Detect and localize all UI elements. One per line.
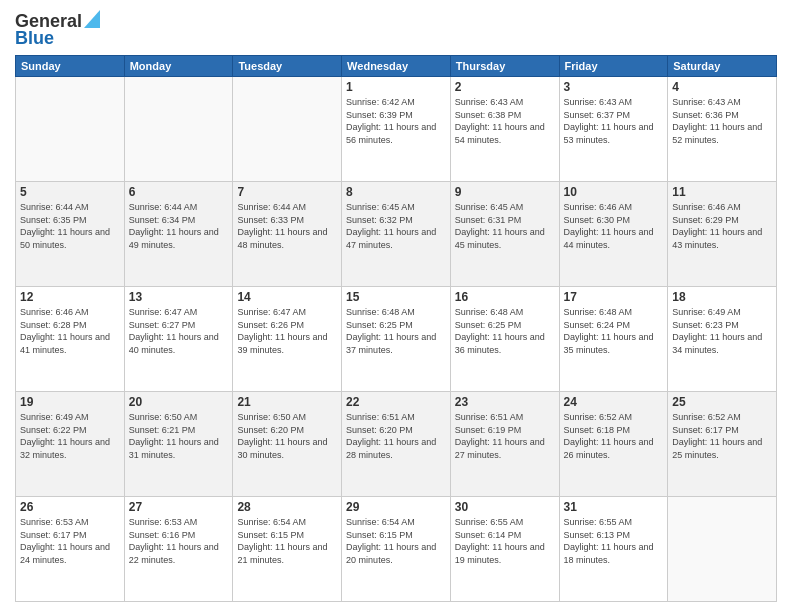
- day-info: Sunrise: 6:45 AM Sunset: 6:32 PM Dayligh…: [346, 201, 446, 251]
- day-info: Sunrise: 6:47 AM Sunset: 6:27 PM Dayligh…: [129, 306, 229, 356]
- day-cell: 13Sunrise: 6:47 AM Sunset: 6:27 PM Dayli…: [124, 287, 233, 392]
- day-cell: 15Sunrise: 6:48 AM Sunset: 6:25 PM Dayli…: [342, 287, 451, 392]
- day-cell: 22Sunrise: 6:51 AM Sunset: 6:20 PM Dayli…: [342, 392, 451, 497]
- weekday-header-wednesday: Wednesday: [342, 56, 451, 77]
- day-cell: 8Sunrise: 6:45 AM Sunset: 6:32 PM Daylig…: [342, 182, 451, 287]
- day-cell: 2Sunrise: 6:43 AM Sunset: 6:38 PM Daylig…: [450, 77, 559, 182]
- weekday-header-thursday: Thursday: [450, 56, 559, 77]
- day-number: 22: [346, 395, 446, 409]
- day-cell: 16Sunrise: 6:48 AM Sunset: 6:25 PM Dayli…: [450, 287, 559, 392]
- day-info: Sunrise: 6:44 AM Sunset: 6:33 PM Dayligh…: [237, 201, 337, 251]
- day-cell: 4Sunrise: 6:43 AM Sunset: 6:36 PM Daylig…: [668, 77, 777, 182]
- day-info: Sunrise: 6:53 AM Sunset: 6:16 PM Dayligh…: [129, 516, 229, 566]
- day-info: Sunrise: 6:48 AM Sunset: 6:25 PM Dayligh…: [455, 306, 555, 356]
- day-info: Sunrise: 6:46 AM Sunset: 6:29 PM Dayligh…: [672, 201, 772, 251]
- day-cell: 28Sunrise: 6:54 AM Sunset: 6:15 PM Dayli…: [233, 497, 342, 602]
- day-cell: 19Sunrise: 6:49 AM Sunset: 6:22 PM Dayli…: [16, 392, 125, 497]
- week-row-0: 1Sunrise: 6:42 AM Sunset: 6:39 PM Daylig…: [16, 77, 777, 182]
- day-cell: 1Sunrise: 6:42 AM Sunset: 6:39 PM Daylig…: [342, 77, 451, 182]
- weekday-header-monday: Monday: [124, 56, 233, 77]
- week-row-1: 5Sunrise: 6:44 AM Sunset: 6:35 PM Daylig…: [16, 182, 777, 287]
- day-info: Sunrise: 6:46 AM Sunset: 6:30 PM Dayligh…: [564, 201, 664, 251]
- day-info: Sunrise: 6:46 AM Sunset: 6:28 PM Dayligh…: [20, 306, 120, 356]
- day-info: Sunrise: 6:54 AM Sunset: 6:15 PM Dayligh…: [237, 516, 337, 566]
- day-number: 21: [237, 395, 337, 409]
- day-number: 17: [564, 290, 664, 304]
- day-cell: [16, 77, 125, 182]
- day-number: 23: [455, 395, 555, 409]
- calendar-body: 1Sunrise: 6:42 AM Sunset: 6:39 PM Daylig…: [16, 77, 777, 602]
- day-number: 20: [129, 395, 229, 409]
- day-number: 9: [455, 185, 555, 199]
- logo-blue: Blue: [15, 28, 54, 49]
- day-number: 30: [455, 500, 555, 514]
- day-cell: 20Sunrise: 6:50 AM Sunset: 6:21 PM Dayli…: [124, 392, 233, 497]
- day-info: Sunrise: 6:49 AM Sunset: 6:23 PM Dayligh…: [672, 306, 772, 356]
- day-cell: 23Sunrise: 6:51 AM Sunset: 6:19 PM Dayli…: [450, 392, 559, 497]
- day-number: 15: [346, 290, 446, 304]
- day-info: Sunrise: 6:51 AM Sunset: 6:19 PM Dayligh…: [455, 411, 555, 461]
- calendar-header: SundayMondayTuesdayWednesdayThursdayFrid…: [16, 56, 777, 77]
- day-info: Sunrise: 6:49 AM Sunset: 6:22 PM Dayligh…: [20, 411, 120, 461]
- day-info: Sunrise: 6:50 AM Sunset: 6:20 PM Dayligh…: [237, 411, 337, 461]
- day-cell: 21Sunrise: 6:50 AM Sunset: 6:20 PM Dayli…: [233, 392, 342, 497]
- page: General Blue SundayMondayTuesdayWednesda…: [0, 0, 792, 612]
- day-cell: 18Sunrise: 6:49 AM Sunset: 6:23 PM Dayli…: [668, 287, 777, 392]
- day-info: Sunrise: 6:50 AM Sunset: 6:21 PM Dayligh…: [129, 411, 229, 461]
- week-row-4: 26Sunrise: 6:53 AM Sunset: 6:17 PM Dayli…: [16, 497, 777, 602]
- day-number: 4: [672, 80, 772, 94]
- day-cell: 26Sunrise: 6:53 AM Sunset: 6:17 PM Dayli…: [16, 497, 125, 602]
- weekday-header-sunday: Sunday: [16, 56, 125, 77]
- day-number: 29: [346, 500, 446, 514]
- day-cell: 25Sunrise: 6:52 AM Sunset: 6:17 PM Dayli…: [668, 392, 777, 497]
- day-number: 2: [455, 80, 555, 94]
- day-info: Sunrise: 6:43 AM Sunset: 6:36 PM Dayligh…: [672, 96, 772, 146]
- day-cell: 14Sunrise: 6:47 AM Sunset: 6:26 PM Dayli…: [233, 287, 342, 392]
- day-number: 11: [672, 185, 772, 199]
- day-info: Sunrise: 6:47 AM Sunset: 6:26 PM Dayligh…: [237, 306, 337, 356]
- day-number: 6: [129, 185, 229, 199]
- day-number: 18: [672, 290, 772, 304]
- day-info: Sunrise: 6:53 AM Sunset: 6:17 PM Dayligh…: [20, 516, 120, 566]
- day-number: 28: [237, 500, 337, 514]
- day-number: 31: [564, 500, 664, 514]
- day-number: 27: [129, 500, 229, 514]
- day-cell: 17Sunrise: 6:48 AM Sunset: 6:24 PM Dayli…: [559, 287, 668, 392]
- day-cell: 27Sunrise: 6:53 AM Sunset: 6:16 PM Dayli…: [124, 497, 233, 602]
- week-row-3: 19Sunrise: 6:49 AM Sunset: 6:22 PM Dayli…: [16, 392, 777, 497]
- day-cell: [668, 497, 777, 602]
- day-cell: 12Sunrise: 6:46 AM Sunset: 6:28 PM Dayli…: [16, 287, 125, 392]
- day-number: 8: [346, 185, 446, 199]
- day-number: 16: [455, 290, 555, 304]
- day-cell: 29Sunrise: 6:54 AM Sunset: 6:15 PM Dayli…: [342, 497, 451, 602]
- day-info: Sunrise: 6:55 AM Sunset: 6:13 PM Dayligh…: [564, 516, 664, 566]
- day-info: Sunrise: 6:44 AM Sunset: 6:34 PM Dayligh…: [129, 201, 229, 251]
- weekday-header-saturday: Saturday: [668, 56, 777, 77]
- day-number: 10: [564, 185, 664, 199]
- day-number: 13: [129, 290, 229, 304]
- day-cell: 6Sunrise: 6:44 AM Sunset: 6:34 PM Daylig…: [124, 182, 233, 287]
- day-info: Sunrise: 6:51 AM Sunset: 6:20 PM Dayligh…: [346, 411, 446, 461]
- calendar-table: SundayMondayTuesdayWednesdayThursdayFrid…: [15, 55, 777, 602]
- day-info: Sunrise: 6:44 AM Sunset: 6:35 PM Dayligh…: [20, 201, 120, 251]
- day-info: Sunrise: 6:43 AM Sunset: 6:37 PM Dayligh…: [564, 96, 664, 146]
- day-cell: 30Sunrise: 6:55 AM Sunset: 6:14 PM Dayli…: [450, 497, 559, 602]
- day-info: Sunrise: 6:52 AM Sunset: 6:17 PM Dayligh…: [672, 411, 772, 461]
- day-info: Sunrise: 6:48 AM Sunset: 6:24 PM Dayligh…: [564, 306, 664, 356]
- day-cell: 9Sunrise: 6:45 AM Sunset: 6:31 PM Daylig…: [450, 182, 559, 287]
- day-number: 24: [564, 395, 664, 409]
- day-cell: 5Sunrise: 6:44 AM Sunset: 6:35 PM Daylig…: [16, 182, 125, 287]
- day-number: 25: [672, 395, 772, 409]
- logo-arrow-icon: [84, 10, 100, 28]
- day-cell: 10Sunrise: 6:46 AM Sunset: 6:30 PM Dayli…: [559, 182, 668, 287]
- day-number: 3: [564, 80, 664, 94]
- day-number: 1: [346, 80, 446, 94]
- day-number: 7: [237, 185, 337, 199]
- logo: General Blue: [15, 10, 100, 49]
- day-info: Sunrise: 6:48 AM Sunset: 6:25 PM Dayligh…: [346, 306, 446, 356]
- day-number: 26: [20, 500, 120, 514]
- header: General Blue: [15, 10, 777, 49]
- weekday-header-tuesday: Tuesday: [233, 56, 342, 77]
- week-row-2: 12Sunrise: 6:46 AM Sunset: 6:28 PM Dayli…: [16, 287, 777, 392]
- day-cell: [124, 77, 233, 182]
